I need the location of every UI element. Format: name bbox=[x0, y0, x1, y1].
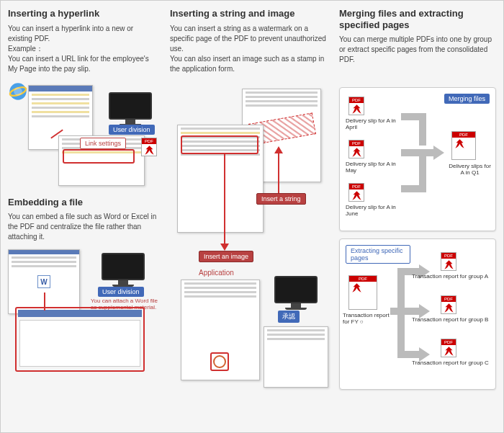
illus-hyperlink: User division Link settings bbox=[8, 81, 159, 189]
illus-string-image: Insert a string Insert an image Applicat… bbox=[170, 81, 328, 391]
heading-embed: Embedding a file bbox=[8, 197, 159, 208]
heading-hyperlink: Inserting a hyperlink bbox=[8, 8, 159, 19]
approval-label: 承認 bbox=[278, 311, 300, 323]
arrow-string bbox=[278, 150, 279, 193]
document-application bbox=[181, 280, 260, 380]
label-jun: Delivery slip for A in June bbox=[346, 205, 403, 218]
pdf-icon-ga bbox=[441, 252, 456, 271]
desc-hyperlink: You can insert a hyperlink into a new or… bbox=[8, 24, 159, 74]
panel-merging: Merging files Delivery slip for A in Apr… bbox=[339, 87, 496, 231]
monitor-icon-3 bbox=[274, 276, 318, 312]
column-merge-extract: Merging files and extracting specified p… bbox=[339, 8, 498, 72]
word-preview-box bbox=[15, 307, 145, 372]
label-q1: Delivery slips for A in Q1 bbox=[446, 164, 493, 177]
word-icon: W bbox=[37, 275, 50, 288]
pdf-icon bbox=[141, 138, 157, 156]
pdf-icon-gb bbox=[441, 295, 456, 314]
monitor-icon-2 bbox=[102, 253, 145, 289]
merging-label: Merging files bbox=[444, 94, 490, 104]
svg-point-2 bbox=[14, 87, 22, 96]
link-settings-label: Link settings bbox=[80, 138, 126, 149]
pdf-icon-q1 bbox=[451, 131, 476, 160]
heading-string-image: Inserting a string and image bbox=[170, 8, 328, 19]
panel-extracting: Extracting specific pages Transaction re… bbox=[339, 238, 496, 390]
user-division-label-2: User division bbox=[98, 287, 144, 297]
application-label: Application bbox=[199, 269, 234, 277]
document-table bbox=[177, 125, 264, 233]
pdf-icon-apr bbox=[348, 97, 364, 115]
label-ga: Transaction report for group A bbox=[412, 274, 495, 280]
page-root: Inserting a hyperlink You can insert a h… bbox=[0, 0, 504, 433]
pdf-icon-jun bbox=[348, 183, 364, 202]
user-division-label: User division bbox=[109, 125, 155, 135]
document-back bbox=[264, 326, 328, 388]
desc-string-image: You can insert a string as a watermark o… bbox=[170, 24, 328, 74]
ie-icon bbox=[8, 81, 28, 102]
pdf-icon-fy bbox=[348, 275, 377, 310]
illus-embed: W User division You can attach a Word fi… bbox=[8, 249, 159, 379]
desc-embed: You can embed a file such as Word or Exc… bbox=[8, 212, 159, 242]
merge-arrow bbox=[401, 110, 444, 196]
heading-merge-extract: Merging files and extracting specified p… bbox=[339, 8, 498, 30]
pdf-icon-gc bbox=[441, 339, 456, 357]
arrow-line-2 bbox=[44, 293, 45, 311]
arrow-image bbox=[224, 153, 225, 247]
label-gc: Transaction report for group C bbox=[412, 360, 495, 367]
desc-merge-extract: You can merge multiple PDFs into one by … bbox=[339, 35, 498, 65]
column-hyperlink: Inserting a hyperlink You can insert a h… bbox=[8, 8, 159, 379]
insert-image-label: Insert an image bbox=[199, 251, 253, 262]
pdf-icon-may bbox=[348, 140, 364, 159]
monitor-icon bbox=[109, 92, 152, 128]
label-gb: Transaction report for group B bbox=[412, 317, 495, 323]
arrowhead-down bbox=[220, 244, 229, 251]
label-may: Delivery slip for A in May bbox=[346, 161, 403, 174]
column-string-image: Inserting a string and image You can ins… bbox=[170, 8, 328, 391]
arrowhead-up bbox=[274, 146, 283, 153]
insert-string-label: Insert a string bbox=[256, 193, 306, 205]
label-apr: Delivery slip for A in April bbox=[346, 118, 403, 131]
